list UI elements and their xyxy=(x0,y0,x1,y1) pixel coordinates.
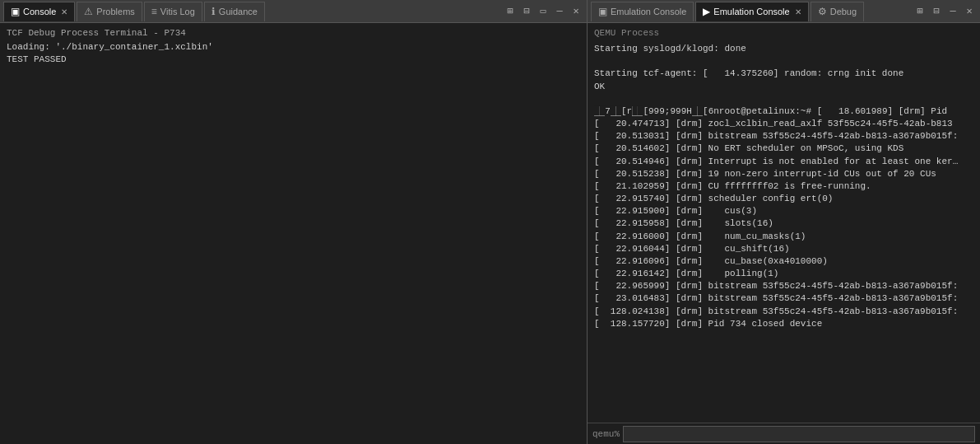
right-action-btn-4[interactable]: ✕ xyxy=(962,4,977,19)
emulation-console-2-icon: ▶ xyxy=(703,6,710,17)
minimize-left-btn[interactable]: — xyxy=(552,4,567,19)
tab-problems-label: Problems xyxy=(96,7,134,16)
emulation-line-17: [ 22.916044] [drm] cu_shift(16) xyxy=(594,243,973,255)
tab-debug[interactable]: ⚙ Debug xyxy=(810,2,864,21)
split-btn[interactable]: ▭ xyxy=(536,4,550,19)
tab-console[interactable]: ▣ Console ✕ xyxy=(3,2,75,21)
left-tab-actions: ⊞ ⊟ ▭ — ✕ xyxy=(503,4,583,19)
tab-vitis-log[interactable]: ≡ Vitis Log xyxy=(144,2,202,21)
right-tab-actions: ⊞ ⊟ — ✕ xyxy=(913,4,977,19)
console-line-1: Loading: './binary_container_1.xclbin' xyxy=(7,41,580,54)
main-container: ▣ Console ✕ ⚠ Problems ≡ Vitis Log ℹ Gui… xyxy=(0,0,980,444)
tab-guidance-label: Guidance xyxy=(219,7,258,16)
emulation-line-23: [ 128.157720] [drm] Pid 734 closed devic… xyxy=(594,318,973,330)
tab-emulation-console-2-label: Emulation Console xyxy=(713,7,789,16)
emulation-line-5 xyxy=(594,93,973,105)
emulation-line-4: OK xyxy=(594,81,973,93)
emulation-line-12: [ 21.102959] [drm] CU ffffffff02 is free… xyxy=(594,180,973,193)
emulation-line-7: [ 20.474713] [drm] zocl_xclbin_read_axlf… xyxy=(594,118,973,130)
tab-vitis-log-label: Vitis Log xyxy=(160,7,195,16)
emulation-console-1-icon: ▣ xyxy=(598,6,607,17)
left-panel: ▣ Console ✕ ⚠ Problems ≡ Vitis Log ℹ Gui… xyxy=(0,0,588,444)
emulation-line-3: Starting tcf-agent: [ 14.375260] random:… xyxy=(594,68,973,80)
tab-problems[interactable]: ⚠ Problems xyxy=(77,2,142,21)
tab-emulation-console-1-label: Emulation Console xyxy=(611,7,686,16)
emulation-line-11: [ 20.515238] [drm] 19 non-zero interrupt… xyxy=(594,168,973,180)
right-console-content: QEMU Process Starting syslogd/klogd: don… xyxy=(588,23,980,423)
emulation-line-2 xyxy=(594,55,973,68)
emulation-line-22: [ 128.024138] [drm] bitstream 53f55c24-4… xyxy=(594,306,973,318)
emulation-line-20: [ 22.965999] [drm] bitstream 53f55c24-45… xyxy=(594,280,973,292)
guidance-icon: ℹ xyxy=(211,6,216,17)
problems-icon: ⚠ xyxy=(84,6,93,17)
qemu-input-bar: qemu% xyxy=(588,423,980,444)
tab-guidance[interactable]: ℹ Guidance xyxy=(204,2,265,21)
tab-emulation-console-2[interactable]: ▶ Emulation Console ✕ xyxy=(695,2,808,21)
layout-btn[interactable]: ⊟ xyxy=(519,4,534,19)
tab-emulation-console-1[interactable]: ▣ Emulation Console xyxy=(591,2,694,21)
tab-console-close[interactable]: ✕ xyxy=(61,7,67,16)
qemu-process-label: QEMU Process xyxy=(594,26,973,40)
emulation-line-9: [ 20.514602] [drm] No ERT scheduler on M… xyxy=(594,143,973,155)
emulation-line-10: [ 20.514946] [drm] Interrupt is not enab… xyxy=(594,156,973,168)
right-tab-bar: ▣ Emulation Console ▶ Emulation Console … xyxy=(588,0,980,23)
tab-console-label: Console xyxy=(23,7,56,16)
right-action-btn-1[interactable]: ⊞ xyxy=(913,4,927,19)
emulation-line-16: [ 22.916000] [drm] num_cu_masks(1) xyxy=(594,231,973,243)
left-console-content: TCF Debug Process Terminal - P734 Loadin… xyxy=(0,23,587,444)
emulation-line-6: ██7██[r██[999;999H██[6nroot@petalinux:~#… xyxy=(594,105,973,118)
emulation-line-1: Starting syslogd/klogd: done xyxy=(594,43,973,55)
right-panel: ▣ Emulation Console ▶ Emulation Console … xyxy=(588,0,980,444)
tab-emulation-console-2-close[interactable]: ✕ xyxy=(795,7,801,16)
emulation-line-15: [ 22.915958] [drm] slots(16) xyxy=(594,217,973,230)
console-subtitle: TCF Debug Process Terminal - P734 xyxy=(7,28,580,38)
tab-debug-label: Debug xyxy=(830,7,857,16)
right-action-btn-3[interactable]: — xyxy=(945,4,960,19)
maximize-left-btn[interactable]: ⊞ xyxy=(503,4,518,19)
left-tab-bar: ▣ Console ✕ ⚠ Problems ≡ Vitis Log ℹ Gui… xyxy=(0,0,587,23)
console-line-2: TEST PASSED xyxy=(7,54,580,66)
emulation-line-13: [ 22.915740] [drm] scheduler config ert(… xyxy=(594,193,973,205)
qemu-input[interactable] xyxy=(623,426,975,442)
emulation-line-21: [ 23.016483] [drm] bitstream 53f55c24-45… xyxy=(594,292,973,305)
emulation-line-18: [ 22.916096] [drm] cu_base(0xa4010000) xyxy=(594,255,973,268)
emulation-line-14: [ 22.915900] [drm] cus(3) xyxy=(594,205,973,217)
qemu-prompt-label: qemu% xyxy=(592,429,620,439)
vitis-log-icon: ≡ xyxy=(151,6,157,17)
emulation-line-19: [ 22.916142] [drm] polling(1) xyxy=(594,268,973,280)
right-action-btn-2[interactable]: ⊟ xyxy=(929,4,944,19)
debug-icon: ⚙ xyxy=(818,6,827,17)
emulation-line-8: [ 20.513031] [drm] bitstream 53f55c24-45… xyxy=(594,130,973,143)
console-icon: ▣ xyxy=(11,6,20,17)
close-left-btn[interactable]: ✕ xyxy=(569,4,583,19)
